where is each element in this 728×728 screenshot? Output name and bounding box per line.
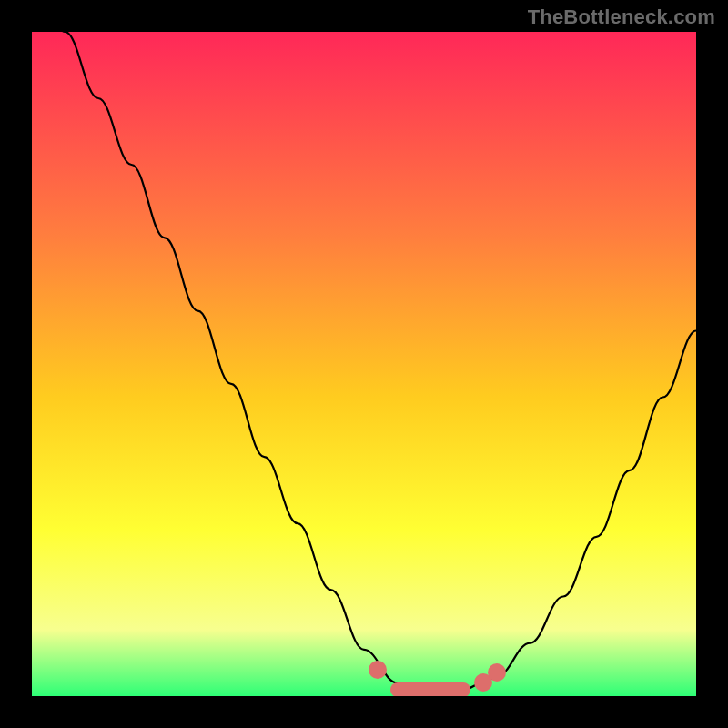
watermark-text: TheBottleneck.com	[528, 5, 715, 29]
chart-stage: TheBottleneck.com	[0, 0, 728, 728]
annotation-dot	[488, 663, 506, 682]
annotation-dot	[369, 661, 387, 679]
curve-line	[32, 32, 696, 696]
plot-area	[32, 32, 696, 696]
annotation-pill	[390, 682, 470, 696]
